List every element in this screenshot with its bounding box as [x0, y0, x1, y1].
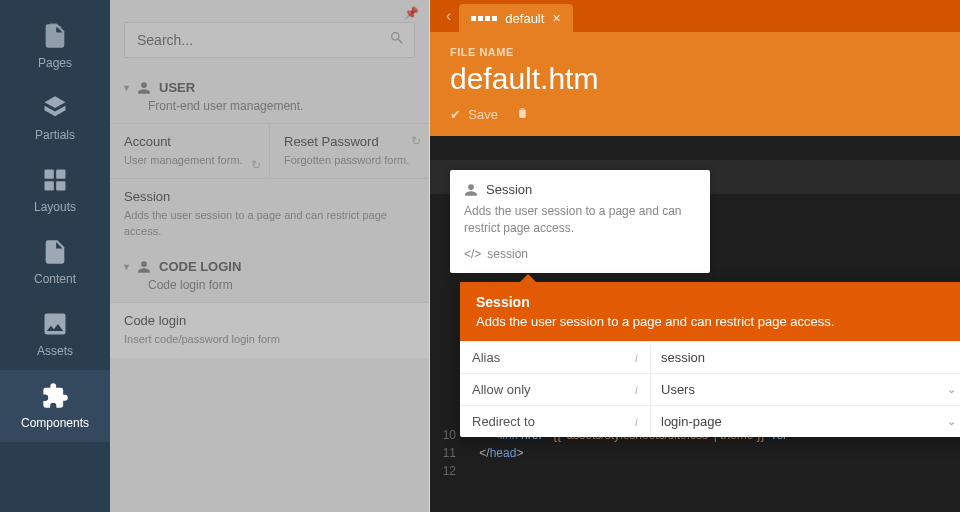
pin-icon[interactable]: 📌 — [404, 6, 419, 20]
card-desc: Adds the user session to a page and can … — [464, 203, 696, 237]
svg-rect-1 — [56, 170, 65, 179]
nav-pages[interactable]: Pages — [0, 10, 110, 82]
item-title: Code login — [124, 313, 415, 328]
item-desc: Insert code/password login form — [124, 332, 415, 347]
component-reset-password[interactable]: ↻ Reset Password Forgotten password form… — [270, 124, 429, 178]
grid-icon — [471, 16, 497, 21]
tab-label: default — [505, 11, 544, 26]
chevron-down-icon: ⌄ — [947, 415, 956, 428]
prop-label: Allow only — [472, 382, 531, 397]
save-button[interactable]: ✔ Save — [450, 107, 498, 122]
refresh-icon: ↻ — [251, 158, 261, 172]
nav-partials[interactable]: Partials — [0, 82, 110, 154]
card-title: Session — [486, 182, 532, 197]
component-inspector-popup: × Session Adds the user session to a pag… — [460, 282, 960, 437]
nav-label: Content — [34, 272, 76, 286]
file-name-label: FILE NAME — [450, 46, 940, 58]
prop-label: Redirect to — [472, 414, 535, 429]
back-icon[interactable]: ‹ — [438, 7, 459, 25]
group-subtitle: Code login form — [110, 278, 429, 302]
search-input[interactable] — [124, 22, 415, 58]
group-title: USER — [159, 80, 195, 95]
page-title: default.htm — [450, 62, 940, 96]
allow-only-select[interactable]: Users⌄ — [650, 374, 960, 405]
group-subtitle: Front-end user management. — [110, 99, 429, 123]
user-icon — [137, 81, 151, 95]
group-user-header[interactable]: ▾ USER — [110, 70, 429, 99]
cell-title: Account — [124, 134, 255, 149]
component-card[interactable]: Session Adds the user session to a page … — [450, 170, 710, 273]
nav-label: Layouts — [34, 200, 76, 214]
component-session[interactable]: Session Adds the user session to a page … — [110, 178, 429, 249]
info-icon[interactable]: i — [634, 414, 638, 430]
item-title: Session — [124, 189, 415, 204]
nav-label: Pages — [38, 56, 72, 70]
cell-title: Reset Password — [284, 134, 415, 149]
delete-button[interactable] — [516, 106, 529, 122]
cell-desc: Forgotten password form. — [284, 153, 415, 168]
code-icon: </> — [464, 247, 481, 261]
close-icon[interactable]: × — [552, 10, 560, 26]
popup-title: Session — [476, 294, 960, 310]
item-desc: Adds the user session to a page and can … — [124, 208, 415, 239]
cell-desc: User management form. — [124, 153, 255, 168]
svg-rect-0 — [45, 170, 54, 179]
svg-rect-3 — [56, 181, 65, 190]
caret-down-icon: ▾ — [124, 82, 129, 93]
caret-down-icon: ▾ — [124, 261, 129, 272]
info-icon[interactable]: i — [634, 350, 638, 366]
code-line: </head> — [466, 444, 523, 462]
card-alias: session — [487, 247, 528, 261]
svg-rect-2 — [45, 181, 54, 190]
search-icon — [389, 30, 405, 50]
info-icon[interactable]: i — [634, 382, 638, 398]
nav-content[interactable]: Content — [0, 226, 110, 298]
nav-label: Assets — [37, 344, 73, 358]
nav-layouts[interactable]: Layouts — [0, 154, 110, 226]
nav-components[interactable]: Components — [0, 370, 110, 442]
prop-label: Alias — [472, 350, 500, 365]
alias-input[interactable] — [661, 350, 960, 365]
group-title: CODE LOGIN — [159, 259, 241, 274]
component-account[interactable]: Account User management form. ↻ — [110, 124, 270, 178]
component-code-login[interactable]: Code login Insert code/password login fo… — [110, 302, 429, 357]
nav-assets[interactable]: Assets — [0, 298, 110, 370]
group-codelogin-header[interactable]: ▾ CODE LOGIN — [110, 249, 429, 278]
user-icon — [137, 260, 151, 274]
tab-default[interactable]: default × — [459, 4, 572, 32]
nav-label: Partials — [35, 128, 75, 142]
refresh-icon: ↻ — [411, 134, 421, 148]
nav-label: Components — [21, 416, 89, 430]
redirect-to-select[interactable]: login-page⌄ — [650, 406, 960, 437]
user-icon — [464, 183, 478, 197]
popup-subtitle: Adds the user session to a page and can … — [476, 314, 960, 329]
chevron-down-icon: ⌄ — [947, 383, 956, 396]
